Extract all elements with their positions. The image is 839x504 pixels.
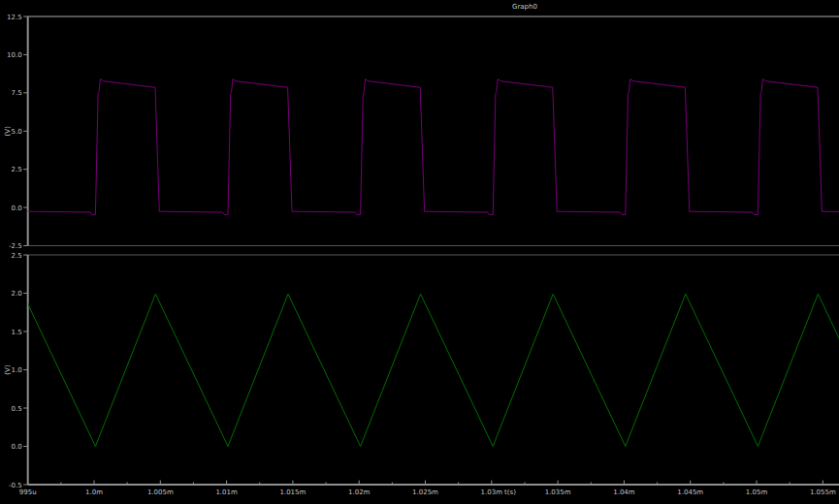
y-tick-label: 10.0 — [7, 51, 22, 59]
y-tick-label: 0.0 — [12, 443, 22, 451]
triangle-wave-plot: 2.52.01.51.00.50.0-0.5(V)995u1.0m1.005m1… — [0, 252, 839, 497]
y-axis-unit-label: (V) — [4, 364, 12, 375]
y-tick-label: 1.0 — [12, 366, 22, 374]
x-tick-label: 1.025m — [412, 488, 438, 496]
square-wave-output-trace — [0, 79, 839, 215]
x-tick-label: 1.055m — [810, 488, 836, 496]
graph-title: Graph0 — [512, 3, 537, 11]
x-tick-label: 1.02m — [348, 488, 371, 496]
x-axis-label: t(s) — [504, 488, 516, 496]
x-tick-label: 995u — [19, 488, 37, 496]
y-axis-unit-label: (V) — [4, 126, 12, 137]
y-tick-label: 2.5 — [12, 166, 22, 173]
graph-window: Graph0 t(s) 12.510.07.55.02.50.0-2.5(V)2… — [0, 0, 839, 504]
x-tick-label: 1.035m — [545, 488, 571, 496]
x-tick-label: 1.045m — [677, 488, 703, 496]
y-tick-label: 0.5 — [12, 405, 22, 413]
y-tick-label: -2.5 — [9, 242, 22, 250]
y-tick-label: 12.5 — [7, 14, 22, 21]
x-tick-label: 1.03m — [481, 488, 503, 496]
x-tick-label: 1.04m — [613, 488, 635, 496]
y-tick-label: 5.0 — [12, 128, 22, 136]
y-tick-label: 0.0 — [12, 205, 22, 212]
x-tick-label: 1.005m — [147, 488, 174, 496]
y-tick-label: 2.0 — [12, 290, 22, 298]
x-tick-label: 1.01m — [215, 488, 238, 496]
y-tick-label: 2.5 — [12, 252, 22, 260]
y-tick-label: 7.5 — [12, 89, 22, 97]
waveform-plot-canvas: Graph0 t(s) 12.510.07.55.02.50.0-2.5(V)2… — [0, 0, 839, 504]
triangle-wave-output-trace — [0, 294, 839, 446]
x-tick-label: 1.0m — [85, 488, 103, 496]
square-wave-plot: 12.510.07.55.02.50.0-2.5(V) — [0, 14, 839, 251]
x-tick-label: 1.05m — [746, 488, 768, 496]
y-tick-label: 1.5 — [12, 329, 22, 336]
x-tick-label: 1.015m — [279, 488, 306, 496]
